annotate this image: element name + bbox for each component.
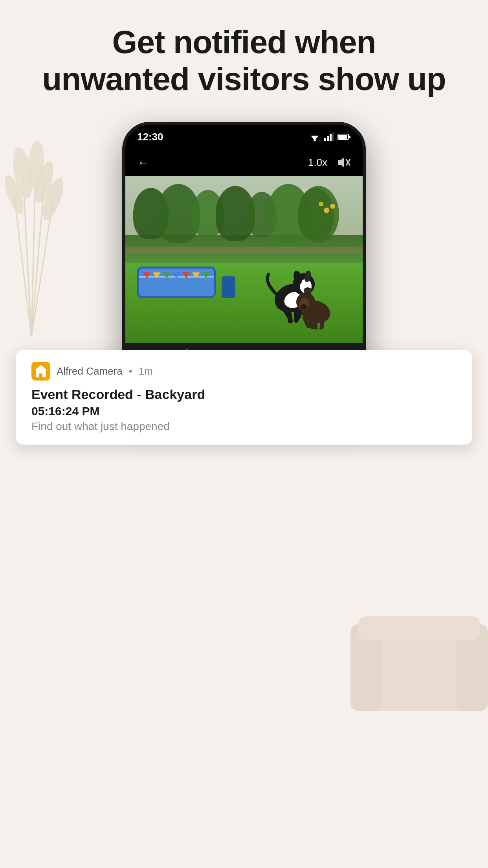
dogs — [241, 251, 351, 329]
svg-line-4 — [31, 199, 53, 337]
status-time: 12:30 — [137, 131, 163, 143]
svg-point-7 — [32, 159, 57, 204]
svg-rect-18 — [327, 136, 329, 141]
heading-line1: Get notified when — [112, 24, 376, 60]
zoom-level[interactable]: 1.0x — [308, 156, 327, 169]
notification-body: Find out what just happened — [31, 420, 457, 433]
svg-rect-23 — [338, 135, 347, 139]
svg-rect-11 — [350, 624, 382, 711]
back-button[interactable]: ← — [137, 155, 150, 170]
notification-app-name: Alfred Camera — [57, 365, 123, 377]
wifi-icon — [309, 132, 320, 141]
svg-point-6 — [26, 140, 46, 189]
pampas-grass-decoration — [0, 79, 75, 354]
alfred-app-icon — [31, 362, 50, 381]
notification-timestamp: 05:16:24 PM — [31, 405, 457, 418]
svg-rect-12 — [457, 624, 488, 711]
svg-marker-24 — [338, 158, 344, 167]
svg-rect-19 — [330, 134, 332, 141]
notification-title: Event Recorded - Backyard — [31, 387, 457, 402]
svg-rect-20 — [332, 132, 334, 141]
sofa-decoration — [350, 554, 488, 750]
notification-header: Alfred Camera • 1m — [31, 362, 457, 381]
main-heading: Get notified when unwanted visitors show… — [0, 24, 488, 98]
notification-time-ago: 1m — [139, 365, 153, 377]
svg-rect-10 — [358, 632, 480, 711]
svg-line-2 — [31, 182, 44, 337]
nav-right: 1.0x — [308, 155, 351, 169]
svg-rect-17 — [324, 138, 326, 141]
heading-line2: unwanted visitors show up — [42, 61, 446, 97]
nav-bar: ← 1.0x — [125, 149, 363, 176]
pool — [137, 267, 216, 298]
svg-rect-22 — [349, 136, 350, 138]
svg-line-3 — [14, 195, 31, 337]
svg-point-42 — [301, 304, 307, 309]
svg-line-0 — [23, 173, 31, 337]
status-icons — [309, 132, 351, 141]
svg-point-9 — [39, 175, 68, 223]
svg-point-5 — [10, 146, 36, 200]
svg-point-8 — [1, 173, 27, 217]
svg-line-1 — [31, 164, 36, 337]
notification-card: Alfred Camera • 1m Event Recorded - Back… — [16, 350, 472, 445]
status-bar: 12:30 — [125, 125, 363, 149]
battery-icon — [338, 133, 351, 140]
signal-icon — [324, 132, 334, 141]
barrel — [222, 276, 235, 298]
svg-rect-13 — [358, 616, 480, 640]
mute-icon[interactable] — [335, 155, 351, 169]
camera-feed — [125, 176, 363, 349]
notification-separator: • — [129, 365, 132, 377]
svg-point-16 — [314, 139, 316, 141]
